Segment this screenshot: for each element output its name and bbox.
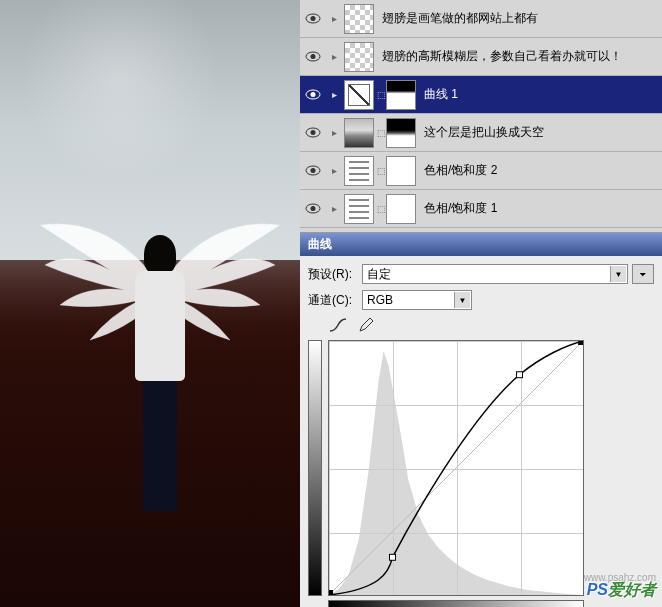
layer-name: 色相/饱和度 1 [424, 200, 497, 217]
svg-rect-13 [390, 554, 396, 560]
layer-row[interactable]: ▸ ⬚ 这个层是把山换成天空 [300, 114, 662, 152]
curve-tool-icon[interactable] [328, 316, 348, 334]
expand-icon[interactable]: ▸ [332, 51, 344, 62]
visibility-icon[interactable] [304, 48, 322, 66]
preset-select[interactable]: 自定 ▼ [362, 264, 628, 284]
layer-thumbnail [344, 118, 374, 148]
curves-panel: 曲线 预设(R): 自定 ▼ ⏷ 通道(C): RGB ▼ [300, 232, 662, 607]
svg-point-9 [311, 168, 316, 173]
svg-point-3 [311, 54, 316, 59]
layer-row[interactable]: ▸ ⬚ 色相/饱和度 1 [300, 190, 662, 228]
layers-panel: ▸ 翅膀是画笔做的都网站上都有 ▸ 翅膀的高斯模糊层，参数自己看着办就可以！ ▸… [300, 0, 662, 232]
link-icon: ⬚ [376, 166, 386, 176]
preset-menu-button[interactable]: ⏷ [632, 264, 654, 284]
link-icon: ⬚ [376, 204, 386, 214]
panel-title: 曲线 [300, 233, 662, 256]
svg-line-12 [329, 341, 583, 595]
layer-name: 色相/饱和度 2 [424, 162, 497, 179]
canvas-image [0, 0, 300, 607]
link-icon: ⬚ [376, 128, 386, 138]
adjustment-thumbnail [344, 80, 374, 110]
visibility-icon[interactable] [304, 200, 322, 218]
expand-icon[interactable]: ▸ [332, 203, 344, 214]
watermark-prefix: PS [587, 581, 608, 598]
curves-graph[interactable] [328, 340, 584, 596]
layer-row[interactable]: ▸ 翅膀的高斯模糊层，参数自己看着办就可以！ [300, 38, 662, 76]
channel-select[interactable]: RGB ▼ [362, 290, 472, 310]
watermark-suffix: 爱好者 [608, 581, 656, 598]
layer-row-selected[interactable]: ▸ ⬚ 曲线 1 [300, 76, 662, 114]
visibility-icon[interactable] [304, 10, 322, 28]
mask-thumbnail [386, 80, 416, 110]
layer-name: 翅膀的高斯模糊层，参数自己看着办就可以！ [382, 48, 622, 65]
layer-row[interactable]: ▸ 翅膀是画笔做的都网站上都有 [300, 0, 662, 38]
mask-thumbnail [386, 194, 416, 224]
channel-value: RGB [367, 293, 393, 307]
dropdown-icon: ▼ [454, 292, 470, 308]
expand-icon[interactable]: ▸ [332, 89, 344, 100]
layer-name: 曲线 1 [424, 86, 458, 103]
expand-icon[interactable]: ▸ [332, 165, 344, 176]
layer-thumbnail [344, 42, 374, 72]
curve-line [329, 341, 583, 595]
layer-name: 这个层是把山换成天空 [424, 124, 544, 141]
layer-row[interactable]: ▸ ⬚ 色相/饱和度 2 [300, 152, 662, 190]
adjustment-thumbnail [344, 156, 374, 186]
link-icon: ⬚ [376, 90, 386, 100]
channel-label: 通道(C): [308, 292, 362, 309]
expand-icon[interactable]: ▸ [332, 127, 344, 138]
sky [0, 0, 300, 260]
svg-point-1 [311, 16, 316, 21]
svg-point-7 [311, 130, 316, 135]
watermark: PS爱好者 [587, 580, 656, 601]
svg-rect-15 [329, 590, 333, 595]
visibility-icon[interactable] [304, 86, 322, 104]
svg-rect-16 [578, 341, 583, 345]
preset-label: 预设(R): [308, 266, 362, 283]
mask-thumbnail [386, 118, 416, 148]
visibility-icon[interactable] [304, 162, 322, 180]
layer-name: 翅膀是画笔做的都网站上都有 [382, 10, 538, 27]
channel-row: 通道(C): RGB ▼ [308, 290, 654, 310]
svg-rect-14 [517, 372, 523, 378]
layer-thumbnail [344, 4, 374, 34]
pencil-tool-icon[interactable] [356, 316, 376, 334]
preset-value: 自定 [367, 266, 391, 283]
input-gradient [328, 600, 584, 607]
preset-row: 预设(R): 自定 ▼ ⏷ [308, 264, 654, 284]
output-gradient [308, 340, 322, 596]
mask-thumbnail [386, 156, 416, 186]
person-figure [135, 235, 185, 515]
dropdown-icon: ▼ [610, 266, 626, 282]
adjustment-thumbnail [344, 194, 374, 224]
visibility-icon[interactable] [304, 124, 322, 142]
svg-point-11 [311, 206, 316, 211]
expand-icon[interactable]: ▸ [332, 13, 344, 24]
svg-point-5 [311, 92, 316, 97]
